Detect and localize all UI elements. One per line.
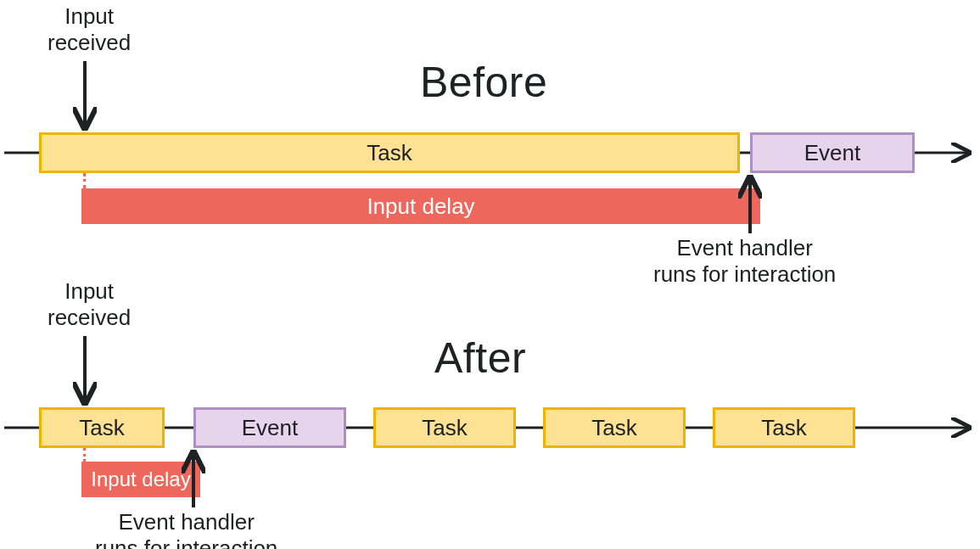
after-event-label: Event <box>242 415 299 441</box>
after-task-box-3: Task <box>543 407 686 448</box>
after-task-label-1: Task <box>79 415 124 441</box>
before-event-label: Event <box>804 140 861 166</box>
after-task-box-2: Task <box>373 407 516 448</box>
after-dotted-connector <box>83 448 86 462</box>
after-heading: After <box>434 333 526 383</box>
before-dotted-connector <box>83 173 86 188</box>
before-event-box: Event <box>750 132 915 173</box>
after-task-label-3: Task <box>591 415 636 441</box>
diagram-root: Before Input received Task Event Input d… <box>0 0 980 549</box>
before-input-received-caption: Input received <box>48 3 131 56</box>
after-task-label-4: Task <box>761 415 806 441</box>
after-task-box-4: Task <box>713 407 855 448</box>
before-task-label: Task <box>367 140 412 166</box>
after-event-box: Event <box>193 407 346 448</box>
after-handler-caption: Event handler runs for interaction <box>95 509 277 549</box>
after-input-received-caption: Input received <box>48 278 131 331</box>
after-task-box-1: Task <box>39 407 165 448</box>
after-input-delay-box: Input delay <box>81 462 200 497</box>
after-task-label-2: Task <box>422 415 467 441</box>
before-handler-caption: Event handler runs for interaction <box>653 235 836 288</box>
before-input-delay-label: Input delay <box>367 193 474 220</box>
after-input-delay-label: Input delay <box>91 468 190 491</box>
before-input-delay-box: Input delay <box>81 188 760 224</box>
before-task-box: Task <box>39 132 740 173</box>
before-heading: Before <box>420 58 547 107</box>
